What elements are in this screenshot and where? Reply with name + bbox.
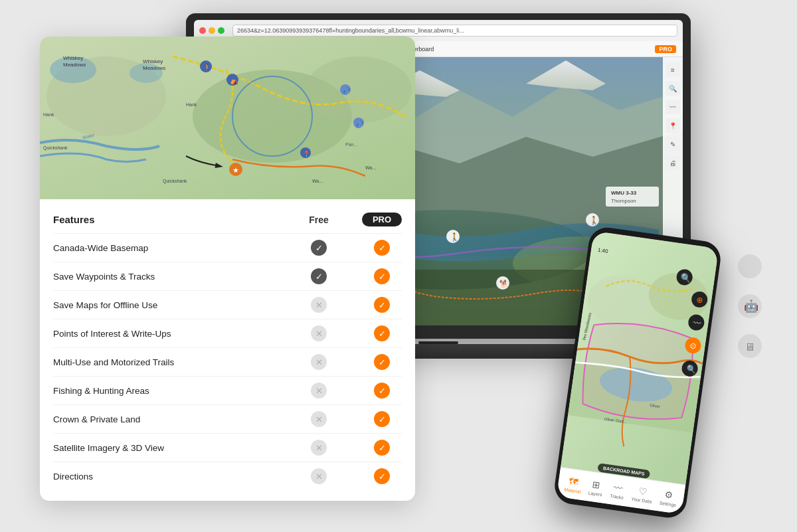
feature-checks: ✕ ✓ [302,297,402,313]
feature-name: Points of Interest & Write-Ups [53,329,302,339]
phone-nav-yourdata[interactable]: ♡ Your Data [631,484,654,503]
svg-text:Whiskey: Whiskey [63,55,83,61]
svg-text:Wa...: Wa... [312,179,323,183]
pro-check: ✓ [374,440,390,456]
free-check: ✓ [311,240,327,256]
feature-row: Multi-Use and Motorized Trails ✕ ✓ [53,348,402,377]
svg-text:🚶: 🚶 [589,215,599,225]
desktop-icon: 🖥 [736,332,764,360]
nav-label: Material [564,487,581,493]
mini-map: 🚶 ⛺ 🎣 🎣 📍 ★ [40,37,415,199]
free-x: ✕ [311,468,327,484]
free-x: ✕ [311,354,327,370]
pro-check: ✓ [374,297,390,313]
phone-nav-layers[interactable]: ⊞ Layers [588,478,604,497]
feature-name: Save Waypoints & Tracks [53,272,302,282]
feature-checks: ✕ ✓ [302,468,402,484]
free-x: ✕ [311,383,327,399]
free-check: ✓ [311,268,327,284]
layers-icon[interactable]: ≡ [665,62,680,77]
feature-name: Satellite Imagery & 3D View [53,443,302,453]
nav-label: Settings [659,500,676,507]
search-icon[interactable]: 🔍 [665,81,680,96]
print-icon[interactable]: 🖨 [665,155,680,170]
feature-row: Crown & Private Land ✕ ✓ [53,405,402,434]
feature-checks: ✕ ✓ [302,440,402,456]
url-text: 26634&z=12.06390993939376478fl=huntingbo… [237,27,464,34]
feature-table: Features Free PRO Canada-Wide Basemap ✓ … [40,199,415,501]
mini-map-svg: 🚶 ⛺ 🎣 🎣 📍 ★ [40,37,415,199]
route-icon[interactable]: 〰 [665,100,680,114]
col-free-label: Free [302,215,335,225]
svg-text:📍: 📍 [303,150,311,158]
browser-url[interactable]: 26634&z=12.06390993939376478fl=huntingbo… [232,25,677,37]
settings-icon: ⚙ [664,489,674,501]
material-icon: 🗺 [569,476,579,488]
pro-check: ✓ [374,354,390,370]
feature-row: Save Maps for Offline Use ✕ ✓ [53,291,402,319]
pro-check: ✓ [374,468,390,484]
phone-nav-settings[interactable]: ⚙ Settings [659,488,678,507]
svg-text:Meadows: Meadows [143,65,165,71]
svg-text:🖥: 🖥 [745,341,755,353]
pro-check: ✓ [374,325,390,341]
svg-text:Thompson: Thompson [611,198,636,204]
free-x: ✕ [311,440,327,456]
nav-label: Your Data [631,496,652,503]
pin-icon[interactable]: 📍 [665,118,680,133]
nav-label: Layers [588,490,602,497]
edit-icon[interactable]: ✎ [665,137,680,151]
svg-text:Quickshank: Quickshank [163,179,187,184]
nav-label: Tracks [610,493,624,500]
close-dot [199,27,206,34]
minimize-dot [209,27,215,34]
svg-text:🔍: 🔍 [686,363,697,375]
feature-row: Save Waypoints & Tracks ✓ ✓ [53,262,402,291]
feature-name: Directions [53,472,302,482]
feature-checks: ✕ ✓ [302,383,402,399]
phone-nav-material[interactable]: 🗺 Material [564,475,582,493]
layers-icon: ⊞ [592,479,601,491]
svg-text:🎣: 🎣 [356,120,364,128]
free-x: ✕ [311,325,327,341]
feature-name: Fishing & Hunting Areas [53,386,302,396]
phone-nav-tracks[interactable]: 〰 Tracks [610,482,626,500]
svg-point-21 [306,56,412,123]
svg-text:★: ★ [232,166,239,174]
svg-text:〰: 〰 [692,318,701,329]
expand-dot [218,27,224,34]
features-label: Features [53,214,95,225]
background: 26634&z=12.06390993939376478fl=huntingbo… [0,0,797,532]
feature-name: Save Maps for Offline Use [53,300,302,310]
feature-row: Directions ✕ ✓ [53,462,402,490]
feature-name: Canada-Wide Basemap [53,243,302,253]
tracks-icon: 〰 [612,482,623,493]
feature-row: Satellite Imagery & 3D View ✕ ✓ [53,434,402,462]
pro-check: ✓ [374,383,390,399]
svg-text:Hank: Hank [186,102,197,107]
svg-text:Whiskey: Whiskey [143,58,163,64]
svg-text:⛺: ⛺ [230,76,238,85]
pro-badge[interactable]: PRO [655,45,676,53]
feature-header: Features Free PRO [53,209,402,234]
svg-text:🤖: 🤖 [744,299,759,313]
platform-icons: 🤖 🖥 [736,252,764,360]
svg-text:Wa...: Wa... [365,165,376,170]
apple-icon [736,252,764,280]
svg-text:Quickshank: Quickshank [43,145,68,151]
header-cols: Free PRO [302,213,402,226]
svg-text:Pan...: Pan... [345,142,357,147]
svg-text:🐕: 🐕 [499,279,509,288]
feature-name: Crown & Private Land [53,414,302,424]
feature-checks: ✕ ✓ [302,411,402,427]
feature-checks: ✓ ✓ [302,268,402,284]
desktop-svg: 🖥 [737,333,762,359]
free-x: ✕ [311,297,327,313]
yourdata-icon: ♡ [638,485,648,497]
feature-row: Canada-Wide Basemap ✓ ✓ [53,234,402,262]
free-x: ✕ [311,411,327,427]
apple-svg [737,254,762,279]
browser-dots [199,27,224,34]
svg-text:🚶: 🚶 [203,63,212,72]
pro-check: ✓ [374,411,390,427]
